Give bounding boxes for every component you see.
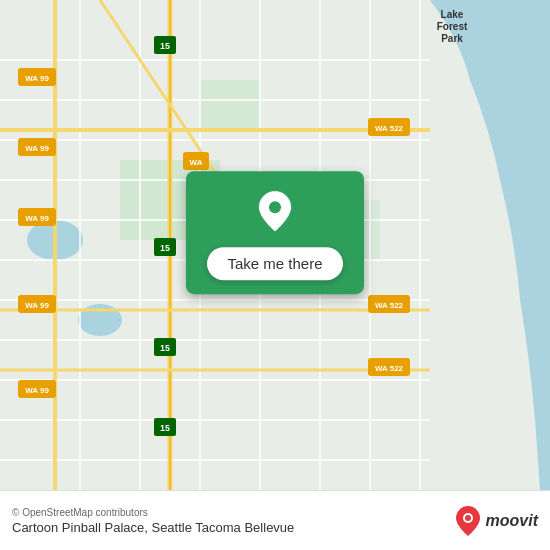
svg-text:WA 99: WA 99: [25, 214, 49, 223]
location-pin-icon: [255, 189, 295, 233]
lake-forest-park-label3: Park: [441, 33, 463, 44]
svg-text:WA 522: WA 522: [375, 364, 404, 373]
svg-text:WA: WA: [190, 158, 203, 167]
green-card: Take me there: [186, 171, 364, 294]
lake-forest-park-label: Lake: [441, 9, 464, 20]
svg-text:WA 99: WA 99: [25, 74, 49, 83]
svg-text:WA 522: WA 522: [375, 301, 404, 310]
take-me-there-button[interactable]: Take me there: [207, 247, 342, 280]
svg-point-57: [269, 201, 281, 213]
svg-rect-4: [200, 80, 260, 130]
location-icon-wrapper: [255, 189, 295, 237]
moovit-text: moovit: [486, 512, 538, 530]
svg-text:WA 99: WA 99: [25, 301, 49, 310]
svg-point-59: [465, 515, 471, 521]
button-overlay: Take me there: [186, 171, 364, 294]
moovit-logo[interactable]: moovit: [454, 505, 538, 537]
svg-text:15: 15: [160, 423, 170, 433]
bottom-bar: © OpenStreetMap contributors Cartoon Pin…: [0, 490, 550, 550]
place-name: Cartoon Pinball Palace, Seattle Tacoma B…: [12, 520, 294, 535]
svg-text:15: 15: [160, 41, 170, 51]
lake-forest-park-label2: Forest: [437, 21, 468, 32]
svg-text:WA 99: WA 99: [25, 386, 49, 395]
moovit-pin-icon: [454, 505, 482, 537]
osm-credit: © OpenStreetMap contributors: [12, 507, 294, 518]
map-container: WA 99 WA 99 WA 99 WA 99 WA 99 15 15 15 1…: [0, 0, 550, 490]
svg-text:15: 15: [160, 243, 170, 253]
bottom-info: © OpenStreetMap contributors Cartoon Pin…: [12, 507, 294, 535]
svg-text:WA 522: WA 522: [375, 124, 404, 133]
svg-text:15: 15: [160, 343, 170, 353]
svg-text:WA 99: WA 99: [25, 144, 49, 153]
